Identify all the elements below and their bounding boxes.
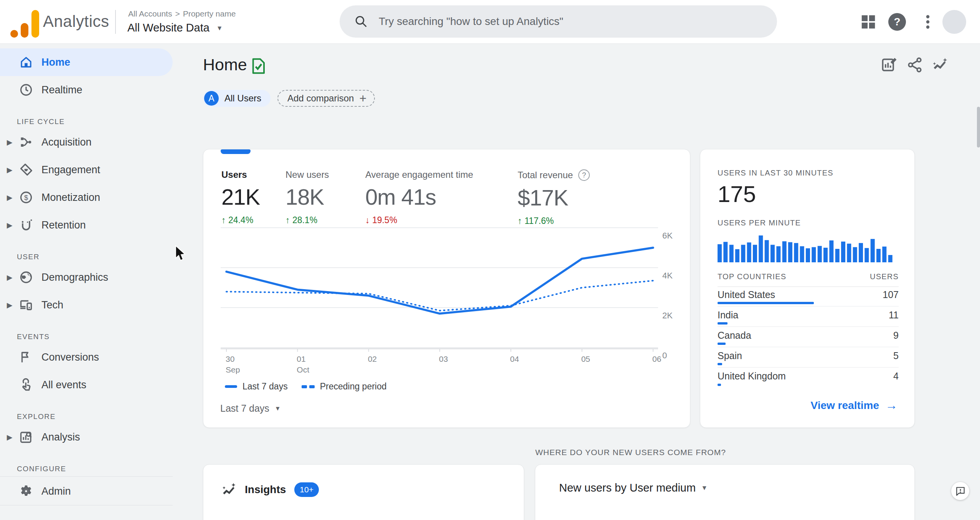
expand-caret-icon[interactable]: ▶: [5, 221, 14, 230]
search-bar[interactable]: Try searching "how to set up Analytics": [340, 5, 777, 38]
sidebar-item-realtime[interactable]: Realtime: [0, 76, 173, 104]
avatar[interactable]: [942, 10, 966, 34]
country-bar: [718, 384, 721, 386]
svg-text:4K: 4K: [662, 271, 673, 280]
customize-report-icon[interactable]: [881, 56, 898, 73]
country-row: United Kingdom4: [718, 368, 899, 388]
country-users: 5: [893, 350, 899, 361]
add-comparison-label: Add comparison: [287, 93, 354, 104]
expand-caret-icon[interactable]: ▶: [5, 433, 14, 442]
apps-grid-icon[interactable]: [860, 13, 877, 31]
more-vertical-icon[interactable]: [919, 13, 937, 31]
sidebar-item-demographics[interactable]: ▶Demographics: [0, 263, 173, 291]
view-realtime-link[interactable]: View realtime→: [811, 398, 898, 412]
country-users: 9: [893, 330, 899, 341]
sidebar-item-all-events[interactable]: All events: [0, 371, 173, 399]
expand-caret-icon[interactable]: ▶: [5, 273, 14, 282]
country-bar: [718, 343, 726, 345]
sidebar-item-label: Retention: [41, 219, 86, 231]
country-name: India: [718, 310, 738, 321]
sidebar-item-label: All events: [41, 379, 86, 391]
all-users-chip[interactable]: A All Users: [203, 90, 271, 107]
country-row: Canada9: [718, 327, 899, 347]
legend-dash-icon: [309, 385, 315, 388]
date-range-selector[interactable]: Last 7 days▼: [220, 403, 281, 414]
gear-icon: [19, 484, 33, 498]
svg-text:01: 01: [297, 354, 305, 363]
search-input[interactable]: Try searching "how to set up Analytics": [379, 15, 563, 28]
metric-tab-total-revenue[interactable]: Total revenue?$17K↑ 117.6%: [518, 169, 590, 226]
sidebar-item-analysis[interactable]: ▶Analysis: [0, 423, 173, 451]
sidebar-item-conversions[interactable]: Conversions: [0, 343, 173, 371]
plus-icon: +: [359, 91, 366, 106]
svg-text:Oct: Oct: [297, 365, 309, 374]
svg-text:06: 06: [652, 354, 661, 363]
expand-caret-icon[interactable]: ▶: [5, 138, 14, 147]
sidebar-item-monetization[interactable]: ▶$Monetization: [0, 184, 173, 211]
main-content: Home A All Users Add comparison + Users2…: [173, 44, 980, 520]
metric-value: 0m 41s: [365, 184, 473, 210]
sidebar-item-label: Monetization: [41, 192, 100, 204]
sidebar-item-retention[interactable]: ▶Retention: [0, 211, 173, 239]
metric-delta: ↑ 28.1%: [285, 215, 329, 225]
chevron-down-icon: ▼: [216, 25, 223, 32]
sidebar-section-events: EVENTS: [0, 330, 173, 343]
sidebar: HomeRealtimeLIFE CYCLE▶Acquisition▶Engag…: [0, 44, 173, 520]
property-selector[interactable]: All Website Data▼: [127, 22, 223, 34]
expand-caret-icon[interactable]: ▶: [5, 193, 14, 202]
svg-text:2K: 2K: [662, 311, 673, 320]
property-selector-label: All Website Data: [127, 22, 210, 34]
breadcrumb[interactable]: All Accounts>Property name: [128, 9, 236, 18]
sidebar-section-user: USER: [0, 250, 173, 263]
sidebar-section-life-cycle: LIFE CYCLE: [0, 115, 173, 128]
overview-card: Users21K↑ 24.4%New users18K↑ 28.1%Averag…: [203, 149, 690, 428]
metric-value: 21K: [221, 184, 260, 210]
country-name: United Kingdom: [718, 371, 786, 382]
sidebar-item-admin[interactable]: Admin: [0, 477, 173, 505]
sidebar-item-label: Demographics: [41, 272, 108, 283]
sidebar-item-tech[interactable]: ▶Tech: [0, 291, 173, 319]
sidebar-item-label: Acquisition: [41, 136, 92, 148]
retention-icon: [19, 218, 33, 232]
sidebar-item-label: Tech: [41, 299, 63, 311]
country-name: Canada: [718, 330, 751, 341]
country-name: Spain: [718, 350, 742, 361]
feedback-button[interactable]: [951, 482, 969, 500]
users-line-chart: 6K4K2K030Sep01Oct0203040506: [203, 225, 690, 383]
metric-label: Total revenue: [518, 170, 573, 181]
new-users-dimension-selector[interactable]: New users by User medium▼: [559, 482, 708, 494]
expand-caret-icon[interactable]: ▶: [5, 301, 14, 310]
svg-text:Sep: Sep: [226, 365, 240, 374]
breadcrumb-chevron-icon: >: [175, 9, 180, 18]
metric-tab-users[interactable]: Users21K↑ 24.4%: [221, 169, 260, 225]
sidebar-section-configure: CONFIGURE: [0, 462, 173, 475]
sidebar-item-acquisition[interactable]: ▶Acquisition: [0, 128, 173, 156]
add-comparison-chip[interactable]: Add comparison +: [277, 90, 375, 107]
insights-icon[interactable]: [932, 56, 949, 73]
insights-count-badge[interactable]: 10+: [294, 482, 319, 497]
legend-label: Preceding period: [320, 381, 387, 392]
help-circle-icon[interactable]: ?: [578, 169, 590, 181]
share-icon[interactable]: [906, 56, 923, 73]
legend-label: Last 7 days: [243, 381, 288, 392]
date-range-label: Last 7 days: [220, 403, 269, 414]
expand-caret-icon[interactable]: ▶: [5, 166, 14, 174]
chart-legend: Last 7 days Preceding period: [225, 381, 401, 392]
sidebar-item-home[interactable]: Home: [0, 48, 173, 76]
arrow-right-icon: →: [885, 398, 898, 412]
breadcrumb-property[interactable]: Property name: [183, 9, 236, 18]
country-users: 107: [883, 289, 899, 300]
breadcrumb-accounts[interactable]: All Accounts: [128, 9, 172, 18]
users-30min-value: 175: [718, 181, 756, 207]
collapse-sidebar-icon[interactable]: ←: [152, 513, 163, 520]
chevron-down-icon: ▼: [275, 405, 281, 412]
chevron-down-icon: ▼: [701, 484, 708, 492]
help-icon[interactable]: ?: [888, 13, 906, 31]
sidebar-item-engagement[interactable]: ▶Engagement: [0, 156, 173, 184]
demographics-icon: [19, 270, 33, 284]
metric-tab-new-users[interactable]: New users18K↑ 28.1%: [285, 169, 329, 225]
metric-tab-average-engagement-time[interactable]: Average engagement time0m 41s↓ 19.5%: [365, 169, 473, 225]
page-scrollbar[interactable]: [977, 107, 980, 147]
users-per-minute-chart: [718, 232, 894, 263]
feedback-icon: [955, 486, 965, 496]
